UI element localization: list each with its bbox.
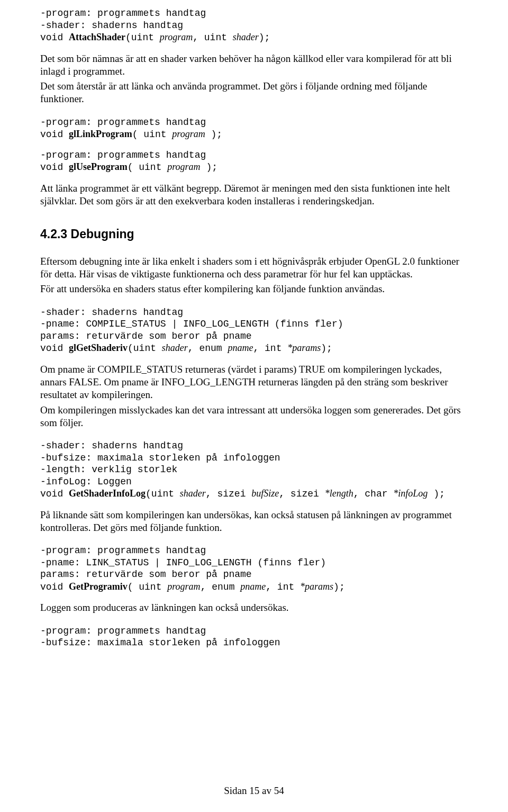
code-line: -infoLog: Loggen [40,476,132,487]
paragraph: Loggen som produceras av länkningen kan … [40,601,468,614]
code-line: void glUseProgram( uint program ); [40,162,217,173]
code-line: -pname: LINK_STATUS | INFO_LOG_LENGTH (f… [40,557,326,568]
code-line: -program: programmets handtag [40,8,206,19]
code-line: void GetShaderInfoLog(uint shader, sizei… [40,489,445,499]
paragraph: Om kompileringen misslyckades kan det va… [40,404,468,430]
paragraph: För att undersöka en shaders status efte… [40,283,468,295]
code-line: -program: programmets handtag [40,117,206,128]
paragraph: På liknande sätt som kompileringen kan u… [40,509,468,535]
code-line: void glLinkProgram( uint program ); [40,129,222,140]
code-line: -shader: shaderns handtag [40,440,183,451]
section-heading: 4.2.3 Debugning [40,227,468,242]
code-block-5: -shader: shaderns handtag -bufsize: maxi… [40,440,468,500]
code-line: -bufsize: maximala storleken på infologg… [40,453,280,463]
code-line: -program: programmets handtag [40,545,206,556]
code-line: -length: verklig storlek [40,464,177,475]
document-page: -program: programmets handtag -shader: s… [0,0,508,812]
code-block-2: -program: programmets handtag void glLin… [40,116,468,141]
code-line: void glGetShaderiv(uint shader, enum pna… [40,343,332,354]
paragraph: Om pname är COMPILE_STATUS returneras (v… [40,363,468,402]
code-line: params: returvärde som beror på pname [40,331,252,341]
code-block-3: -program: programmets handtag void glUse… [40,149,468,174]
code-line: -bufsize: maximala storleken på infologg… [40,637,280,648]
code-line: -program: programmets handtag [40,150,206,160]
paragraph: Det som bör nämnas är att en shader vark… [40,52,468,78]
code-line: -pname: COMPILE_STATUS | INFO_LOG_LENGTH… [40,319,343,329]
code-block-7: -program: programmets handtag -bufsize: … [40,625,468,649]
paragraph: Eftersom debugning inte är lika enkelt i… [40,255,468,281]
code-line: void AttachShader(uint program, uint sha… [40,32,270,43]
paragraph: Det som återstår är att länka och använd… [40,80,468,106]
code-line: params: returvärde som beror på pname [40,569,252,580]
code-line: -program: programmets handtag [40,626,206,636]
code-line: -shader: shaderns handtag [40,307,183,318]
code-line: -shader: shaderns handtag [40,20,183,31]
page-footer: Sidan 15 av 54 [0,784,508,797]
code-line: void GetProgramiv( uint program, enum pn… [40,582,345,592]
paragraph: Att länka programmet är ett välkänt begr… [40,182,468,208]
code-block-6: -program: programmets handtag -pname: LI… [40,545,468,593]
code-block-4: -shader: shaderns handtag -pname: COMPIL… [40,306,468,355]
code-block-1: -program: programmets handtag -shader: s… [40,7,468,44]
